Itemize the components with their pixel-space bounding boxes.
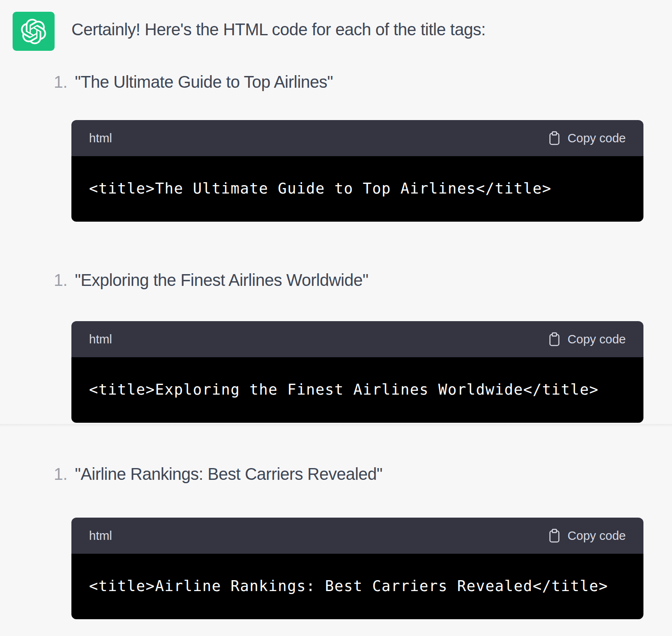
list-number: 1. — [54, 71, 67, 93]
title-suggestion: "The Ultimate Guide to Top Airlines" — [75, 71, 333, 93]
code-block-body: <title>Airline Rankings: Best Carriers R… — [71, 554, 643, 619]
list-item: 1. "The Ultimate Guide to Top Airlines" — [54, 71, 672, 93]
code-language-label: html — [89, 131, 112, 145]
code-content: <title>Airline Rankings: Best Carriers R… — [89, 578, 608, 594]
list-number: 1. — [54, 463, 67, 485]
code-language-label: html — [89, 332, 112, 346]
clipboard-icon — [548, 131, 561, 146]
code-content: <title>Exploring the Finest Airlines Wor… — [89, 381, 598, 398]
assistant-avatar — [13, 12, 55, 51]
copy-code-button[interactable]: Copy code — [548, 332, 626, 347]
copy-code-button[interactable]: Copy code — [548, 528, 626, 543]
code-block-body: <title>Exploring the Finest Airlines Wor… — [71, 357, 643, 423]
copy-code-label: Copy code — [567, 529, 626, 543]
assistant-message: Certainly! Here's the HTML code for each… — [0, 0, 672, 619]
code-block: html Copy code <title>Exploring the Fine… — [71, 321, 643, 423]
code-block-body: <title>The Ultimate Guide to Top Airline… — [71, 156, 643, 222]
list-item: 1. "Airline Rankings: Best Carriers Reve… — [54, 463, 672, 485]
copy-code-label: Copy code — [567, 131, 626, 145]
copy-code-label: Copy code — [567, 332, 626, 346]
list-number: 1. — [54, 269, 67, 291]
title-suggestion: "Airline Rankings: Best Carriers Reveale… — [75, 463, 382, 485]
copy-code-button[interactable]: Copy code — [548, 131, 626, 146]
section-divider — [0, 424, 672, 427]
code-block-header: html Copy code — [71, 120, 643, 156]
code-language-label: html — [89, 529, 112, 543]
code-block-header: html Copy code — [71, 518, 643, 554]
code-block: html Copy code <title>The Ultimate Guide… — [71, 120, 643, 222]
code-content: <title>The Ultimate Guide to Top Airline… — [89, 180, 551, 197]
title-suggestion: "Exploring the Finest Airlines Worldwide… — [75, 269, 368, 291]
clipboard-icon — [548, 528, 561, 543]
code-block-header: html Copy code — [71, 321, 643, 357]
message-intro-text: Certainly! Here's the HTML code for each… — [71, 0, 643, 40]
code-block: html Copy code <title>Airline Rankings: … — [71, 518, 643, 619]
openai-logo-icon — [21, 18, 47, 44]
clipboard-icon — [548, 332, 561, 347]
list-item: 1. "Exploring the Finest Airlines Worldw… — [54, 269, 672, 291]
